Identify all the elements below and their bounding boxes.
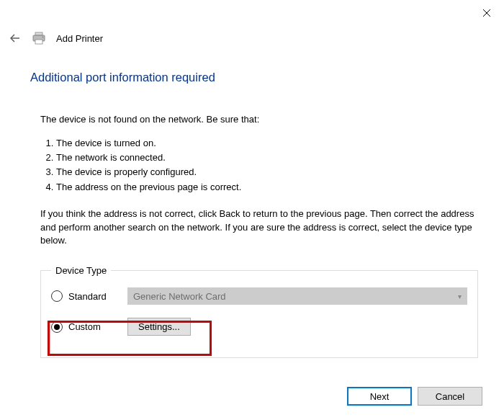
standard-radio[interactable] xyxy=(51,290,63,302)
checklist-item: The device is properly configured. xyxy=(56,165,478,179)
chevron-down-icon: ▾ xyxy=(458,292,462,300)
intro-text: The device is not found on the network. … xyxy=(40,113,478,126)
custom-radio[interactable] xyxy=(51,321,63,333)
device-type-group: Device Type Standard Generic Network Car… xyxy=(40,265,478,358)
svg-point-6 xyxy=(42,37,44,38)
close-button[interactable] xyxy=(480,6,494,20)
settings-button[interactable]: Settings... xyxy=(127,318,191,336)
wizard-header: Add Printer xyxy=(9,32,103,45)
advice-text: If you think the address is not correct,… xyxy=(40,207,478,249)
cancel-button[interactable]: Cancel xyxy=(418,387,482,406)
custom-option-row: Custom Settings... xyxy=(51,318,467,336)
wizard-footer: Next Cancel xyxy=(347,387,482,406)
dropdown-value: Generic Network Card xyxy=(133,291,226,302)
checklist: The device is turned on. The network is … xyxy=(40,136,478,195)
back-arrow-icon xyxy=(9,32,21,44)
checklist-item: The device is turned on. xyxy=(56,136,478,151)
page-heading: Additional port information required xyxy=(30,71,478,84)
svg-rect-5 xyxy=(35,40,42,44)
standard-option-row: Standard Generic Network Card ▾ xyxy=(51,287,467,305)
printer-icon xyxy=(32,32,46,45)
close-icon xyxy=(482,9,491,17)
device-type-legend: Device Type xyxy=(51,265,111,276)
custom-radio-label[interactable]: Custom xyxy=(68,321,117,332)
checklist-item: The network is connected. xyxy=(56,151,478,165)
standard-device-dropdown: Generic Network Card ▾ xyxy=(127,287,467,305)
back-button[interactable] xyxy=(9,32,22,45)
content-area: Additional port information required The… xyxy=(30,71,478,358)
standard-radio-label[interactable]: Standard xyxy=(68,291,117,302)
checklist-item: The address on the previous page is corr… xyxy=(56,180,478,195)
window-title: Add Printer xyxy=(56,33,103,44)
next-button[interactable]: Next xyxy=(347,387,412,406)
svg-rect-3 xyxy=(35,32,42,35)
